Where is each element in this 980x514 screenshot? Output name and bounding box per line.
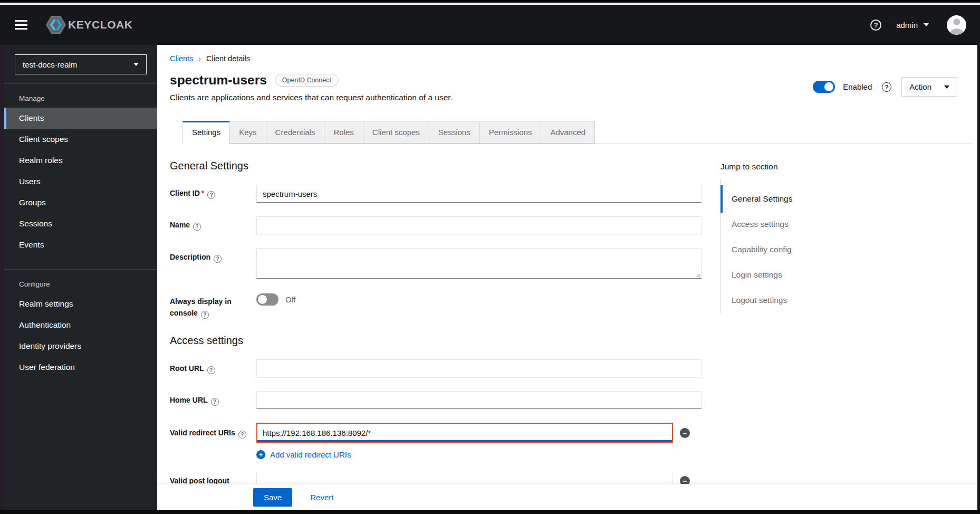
always-display-toggle[interactable]: [256, 293, 278, 306]
username-label: admin: [896, 21, 918, 30]
window-frame-left: [0, 45, 4, 510]
breadcrumb-clients-link[interactable]: Clients: [170, 54, 193, 63]
plus-circle-icon: +: [256, 450, 265, 459]
help-icon[interactable]: ?: [211, 398, 219, 406]
root-url-label: Root URL?: [170, 363, 256, 375]
page-title: spectrum-users: [170, 73, 267, 88]
protocol-badge: OpenID Connect: [275, 74, 339, 87]
tab-settings[interactable]: Settings: [182, 121, 229, 144]
revert-button[interactable]: Revert: [310, 493, 333, 502]
add-redirect-uri-row: + Add valid redirect URIs: [170, 450, 702, 459]
chevron-down-icon: [924, 23, 929, 26]
window-frame-bottom: [0, 510, 980, 514]
settings-form: General Settings Client ID*? Name?: [170, 160, 702, 503]
description-textarea[interactable]: [256, 248, 702, 279]
masthead: KEYCLOAK ? admin: [0, 5, 980, 45]
window-frame-right: [977, 45, 980, 510]
help-icon[interactable]: ?: [870, 20, 881, 31]
page-header: spectrum-users OpenID Connect Clients ar…: [170, 73, 977, 102]
client-id-input[interactable]: [256, 185, 702, 203]
home-url-row: Home URL?: [170, 391, 702, 409]
enabled-toggle-label: Enabled: [843, 82, 872, 91]
sidebar-item-realm-settings[interactable]: Realm settings: [4, 293, 157, 315]
general-settings-heading: General Settings: [170, 160, 702, 172]
breadcrumb: Clients › Client details: [170, 54, 977, 63]
chevron-right-icon: ›: [198, 54, 201, 63]
name-input[interactable]: [256, 216, 702, 234]
tab-advanced[interactable]: Advanced: [541, 121, 595, 144]
home-url-label: Home URL?: [170, 395, 256, 406]
jump-link-capability-config[interactable]: Capability config: [721, 237, 832, 262]
breadcrumb-current: Client details: [206, 54, 250, 63]
sidebar-item-authentication[interactable]: Authentication: [4, 315, 157, 336]
help-icon[interactable]: ?: [193, 223, 201, 231]
required-marker: *: [201, 189, 204, 197]
client-id-row: Client ID*?: [170, 185, 702, 203]
window-frame: KEYCLOAK ? admin test-docs-realm Manage …: [0, 0, 980, 514]
nav-group-manage-label: Manage: [4, 84, 157, 108]
action-dropdown-label: Action: [909, 82, 931, 91]
description-row: Description?: [170, 248, 702, 279]
home-url-input[interactable]: [256, 391, 702, 409]
always-display-label: Always display in console?: [170, 292, 256, 319]
nav-group-configure-label: Configure: [4, 270, 157, 293]
sidebar-item-user-federation[interactable]: User federation: [4, 357, 157, 378]
sidebar-item-clients[interactable]: Clients: [4, 108, 157, 129]
client-id-label: Client ID*?: [170, 188, 256, 199]
jump-link-login-settings[interactable]: Login settings: [721, 262, 832, 288]
help-icon[interactable]: ?: [207, 191, 215, 199]
remove-uri-button[interactable]: −: [680, 428, 690, 438]
tab-keys[interactable]: Keys: [229, 121, 265, 144]
help-icon[interactable]: ?: [201, 311, 209, 319]
enabled-toggle[interactable]: [813, 81, 835, 93]
sidebar-item-events[interactable]: Events: [4, 234, 157, 255]
tab-client-scopes[interactable]: Client scopes: [363, 121, 429, 144]
tab-permissions[interactable]: Permissions: [479, 121, 541, 144]
sidebar-item-realm-roles[interactable]: Realm roles: [4, 150, 157, 171]
add-redirect-uri-link[interactable]: + Add valid redirect URIs: [256, 450, 702, 459]
sidebar-nav: test-docs-realm Manage Clients Client sc…: [4, 45, 157, 510]
form-action-bar: Save Revert: [157, 484, 977, 510]
tab-credentials[interactable]: Credentials: [266, 121, 324, 144]
jump-to-section-title: Jump to section: [720, 162, 832, 172]
realm-selector-value: test-docs-realm: [23, 60, 77, 69]
sidebar-item-groups[interactable]: Groups: [4, 192, 157, 213]
name-label: Name?: [170, 220, 256, 231]
tab-roles[interactable]: Roles: [324, 121, 362, 144]
jump-link-logout-settings[interactable]: Logout settings: [721, 288, 832, 313]
tab-sessions[interactable]: Sessions: [429, 121, 479, 144]
help-icon[interactable]: ?: [214, 255, 222, 263]
name-row: Name?: [170, 216, 702, 234]
chevron-down-icon: [133, 63, 139, 66]
root-url-input[interactable]: [256, 359, 702, 377]
help-icon[interactable]: ?: [882, 82, 891, 92]
always-display-state-label: Off: [285, 295, 296, 304]
valid-redirect-uris-row: Valid redirect URIs? −: [170, 423, 702, 443]
user-menu-dropdown[interactable]: admin: [896, 21, 929, 30]
valid-redirect-uris-label: Valid redirect URIs?: [170, 427, 256, 439]
user-avatar[interactable]: [947, 15, 966, 35]
access-settings-heading: Access settings: [170, 335, 702, 347]
brand-wordmark: KEYCLOAK: [68, 18, 133, 31]
nav-toggle-hamburger-icon[interactable]: [15, 20, 27, 30]
sidebar-item-identity-providers[interactable]: Identity providers: [4, 336, 157, 357]
help-icon[interactable]: ?: [238, 431, 246, 439]
keycloak-hexagon-icon: [45, 15, 66, 34]
jump-link-access-settings[interactable]: Access settings: [721, 212, 832, 237]
jump-to-section-panel: Jump to section General Settings Access …: [720, 160, 832, 503]
help-icon[interactable]: ?: [207, 366, 215, 374]
chevron-down-icon: [944, 85, 949, 89]
jump-link-general-settings[interactable]: General Settings: [721, 186, 832, 212]
sidebar-item-sessions[interactable]: Sessions: [4, 213, 157, 234]
action-dropdown[interactable]: Action: [901, 77, 957, 97]
sidebar-item-client-scopes[interactable]: Client scopes: [4, 129, 157, 150]
save-button[interactable]: Save: [253, 488, 292, 507]
realm-selector-dropdown[interactable]: test-docs-realm: [15, 54, 147, 74]
client-tabs: Settings Keys Credentials Roles Client s…: [182, 121, 972, 144]
description-label: Description?: [170, 248, 256, 263]
valid-redirect-uri-input[interactable]: [256, 423, 673, 443]
keycloak-logo[interactable]: KEYCLOAK: [45, 15, 133, 34]
main-content: Clients › Client details spectrum-users …: [157, 45, 977, 510]
sidebar-item-users[interactable]: Users: [4, 171, 157, 192]
always-display-row: Always display in console? Off: [170, 292, 702, 319]
